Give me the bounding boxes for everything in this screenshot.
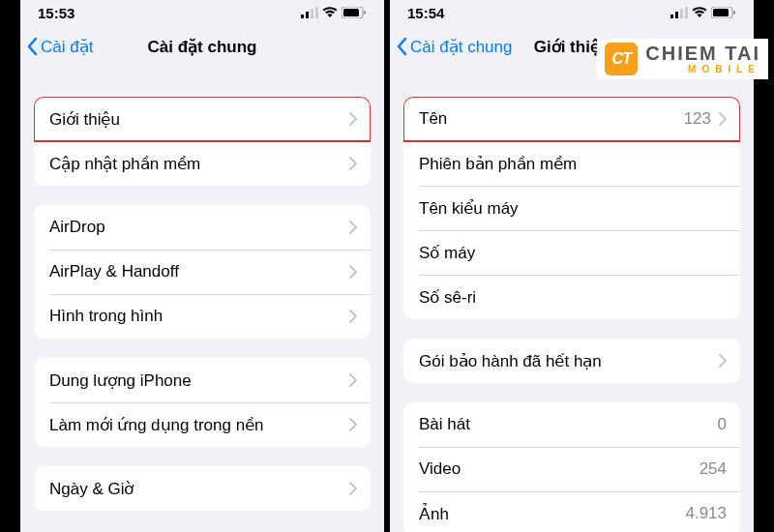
cellular-icon [301, 7, 318, 18]
svg-rect-5 [343, 9, 359, 16]
svg-rect-3 [315, 7, 318, 18]
row-software-version[interactable]: Phiên bản phần mềm [403, 141, 740, 186]
row-software-update[interactable]: Cập nhật phần mềm [34, 141, 371, 186]
row-label: Ảnh [419, 504, 685, 524]
row-label: Giới thiệu [49, 109, 349, 130]
watermark-main: CHIEM TAI [645, 44, 760, 63]
row-airplay-handoff[interactable]: AirPlay & Handoff [34, 250, 371, 294]
back-button[interactable]: Cài đặt chung [390, 37, 512, 57]
chevron-right-icon [349, 373, 357, 387]
svg-rect-13 [733, 11, 735, 15]
row-iphone-storage[interactable]: Dung lượng iPhone [34, 358, 371, 402]
chevron-right-icon [349, 265, 357, 279]
row-label: Số sê-ri [419, 287, 727, 308]
row-label: AirPlay & Handoff [49, 262, 349, 281]
svg-rect-8 [675, 12, 678, 18]
row-model-name[interactable]: Tên kiểu máy [403, 186, 740, 230]
back-label: Cài đặt [41, 37, 93, 57]
page-title: Cài đặt chung [148, 37, 257, 57]
chevron-right-icon [719, 112, 727, 126]
status-icons [301, 7, 367, 18]
row-airdrop[interactable]: AirDrop [34, 205, 371, 250]
status-bar: 15:54 [390, 0, 754, 25]
svg-rect-0 [301, 15, 304, 18]
row-label: Ngày & Giờ [49, 479, 349, 499]
row-value: 4.913 [685, 504, 727, 523]
battery-icon [711, 7, 736, 18]
settings-group: Giới thiệu Cập nhật phần mềm [34, 97, 371, 186]
row-photos: Ảnh 4.913 [403, 491, 740, 532]
row-warranty-expired[interactable]: Gói bảo hành đã hết hạn [403, 339, 740, 383]
chevron-right-icon [349, 221, 357, 234]
row-value: 254 [700, 459, 727, 479]
chevron-left-icon [396, 37, 407, 56]
row-label: Phiên bản phần mềm [419, 154, 727, 174]
watermark-sub: MOBILE [688, 65, 760, 74]
row-label: Tên [419, 109, 684, 129]
settings-group: AirDrop AirPlay & Handoff Hình trong hìn… [34, 205, 371, 339]
row-label: Làm mới ứng dụng trong nền [49, 415, 349, 435]
wifi-icon [692, 7, 707, 18]
phone-right: 15:54 Cài đặt chung Giới thiệu Tên [387, 0, 757, 532]
chevron-left-icon [26, 37, 38, 56]
watermark-icon: CT [605, 43, 638, 75]
settings-group: Ngày & Giờ [34, 466, 371, 511]
chevron-right-icon [349, 112, 357, 126]
chevron-right-icon [349, 310, 357, 323]
phone-left: 15:53 Cài đặt Cài đặt chung Giới thiệu [17, 0, 387, 532]
chevron-right-icon [349, 157, 357, 170]
about-group: Gói bảo hành đã hết hạn [403, 339, 740, 383]
row-value: 0 [718, 415, 727, 434]
svg-rect-1 [306, 12, 309, 18]
about-group: Bài hát 0 Video 254 Ảnh 4.913 [403, 402, 740, 532]
row-serial-number[interactable]: Số sê-ri [403, 275, 740, 319]
svg-rect-12 [713, 9, 729, 16]
about-group: Tên 123 Phiên bản phần mềm Tên kiểu máy … [403, 97, 740, 319]
back-label: Cài đặt chung [410, 37, 512, 57]
svg-rect-10 [685, 7, 688, 18]
row-songs: Bài hát 0 [403, 402, 740, 447]
row-model-number[interactable]: Số máy [403, 230, 740, 275]
row-name[interactable]: Tên 123 [403, 97, 740, 141]
status-time: 15:54 [407, 5, 444, 21]
row-videos: Video 254 [403, 447, 740, 491]
nav-bar: Cài đặt Cài đặt chung [20, 25, 384, 68]
status-bar: 15:53 [20, 0, 384, 25]
status-icons [670, 7, 736, 18]
row-label: Cập nhật phần mềm [49, 154, 349, 174]
battery-icon [342, 7, 367, 18]
row-value: 123 [684, 109, 711, 129]
svg-rect-6 [364, 11, 366, 15]
watermark-logo: CT CHIEM TAI MOBILE [597, 39, 768, 79]
row-label: Tên kiểu máy [419, 198, 727, 219]
svg-rect-7 [670, 15, 673, 18]
chevron-right-icon [719, 354, 727, 368]
wifi-icon [322, 7, 338, 18]
status-time: 15:53 [38, 5, 74, 21]
row-date-time[interactable]: Ngày & Giờ [34, 466, 371, 511]
back-button[interactable]: Cài đặt [20, 37, 93, 57]
about-content: Tên 123 Phiên bản phần mềm Tên kiểu máy … [390, 68, 754, 532]
settings-group: Dung lượng iPhone Làm mới ứng dụng trong… [34, 358, 371, 447]
chevron-right-icon [349, 482, 357, 495]
row-label: Dung lượng iPhone [49, 370, 349, 391]
row-label: Bài hát [419, 415, 718, 434]
row-background-refresh[interactable]: Làm mới ứng dụng trong nền [34, 402, 371, 447]
svg-rect-2 [311, 9, 313, 18]
row-label: AirDrop [49, 218, 349, 237]
row-picture-in-picture[interactable]: Hình trong hình [34, 294, 371, 339]
row-label: Video [419, 459, 700, 479]
chevron-right-icon [349, 418, 357, 431]
row-label: Hình trong hình [49, 307, 349, 326]
settings-content: Giới thiệu Cập nhật phần mềm AirDrop Air [20, 68, 384, 532]
row-about[interactable]: Giới thiệu [34, 97, 371, 141]
row-label: Gói bảo hành đã hết hạn [419, 351, 719, 371]
svg-rect-9 [680, 9, 683, 18]
cellular-icon [670, 7, 688, 18]
row-label: Số máy [419, 243, 727, 263]
